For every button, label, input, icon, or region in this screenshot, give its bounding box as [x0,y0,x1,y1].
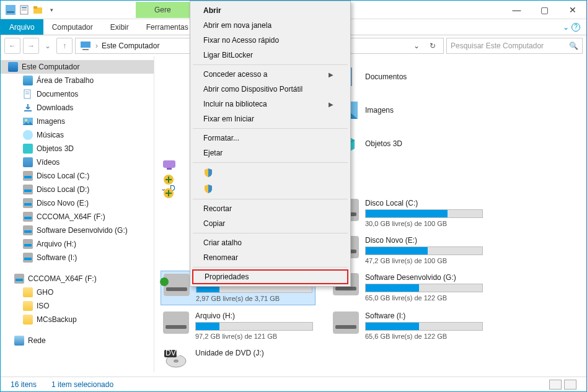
qat-dropdown-icon[interactable]: ▾ [45,4,58,16]
svg-rect-13 [24,110,32,111]
menu-separator [193,233,348,233]
search-input[interactable] [451,41,569,50]
tree-downloads[interactable]: Downloads [1,101,154,115]
svg-rect-3 [22,7,27,8]
folder-icon [23,287,33,297]
ribbon-expand[interactable]: ⌄ ? [557,19,586,35]
tree-drive-g[interactable]: Software Desenvolvido (G:) [1,224,154,237]
tree-usb-drive[interactable]: CCCOMA_X64F (F:) [1,272,154,285]
tree-label: Software (I:) [37,253,77,262]
tree-music[interactable]: Músicas [1,128,154,142]
svg-point-15 [25,119,27,121]
menu-cut[interactable]: Recortar [192,201,348,216]
folder-icon [23,301,33,311]
menu-open[interactable]: Abrir [192,3,348,18]
tree-drive-e[interactable]: Disco Novo (E:) [1,196,154,210]
menu-grant-access[interactable]: Conceder acesso a▶ [192,67,348,82]
app-icon [4,4,17,16]
drive-icon [23,212,33,222]
drive-item[interactable]: Software Desenvolvido (G:)65,0 GB livre(… [330,271,485,305]
tree-videos[interactable]: Vídeos [1,155,154,169]
menu-shield-row[interactable] [192,181,348,197]
folder-pictures[interactable]: Imagens [330,95,485,126]
details-view-button[interactable] [549,380,562,390]
menu-copy[interactable]: Copiar [192,216,348,231]
manage-ribbon-tab[interactable]: Gere [136,2,190,18]
tab-computer[interactable]: Computador [43,19,102,35]
svg-rect-12 [25,94,29,94]
menu-rename[interactable]: Renomear [192,250,348,265]
menu-properties[interactable]: Propriedades [192,269,348,284]
drive-info: 47,2 GB livre(s) de 100 GB [365,257,483,264]
tab-view[interactable]: Exibir [102,19,138,35]
drive-icon [164,274,190,296]
svg-rect-7 [33,6,37,9]
tab-tools[interactable]: Ferramentas [138,19,197,35]
tree-documents[interactable]: Documentos [1,87,154,101]
tree-label: Downloads [37,103,73,112]
drive-icon [333,311,359,334]
menu-shield-row[interactable] [192,165,348,181]
drive-name: Software (I:) [365,311,483,320]
svg-rect-0 [6,5,15,15]
tree-label: Imagens [37,117,65,126]
menu-separator [193,162,348,163]
view-switcher [549,380,576,390]
drive-item[interactable]: Software (I:)65,6 GB livre(s) de 122 GB [330,309,485,342]
tree-label: Objetos 3D [37,144,74,153]
navigation-pane[interactable]: Este Computador Área de Trabalho Documen… [1,56,154,372]
drive-item[interactable]: DVDUnidade de DVD (J:) [161,346,316,372]
menu-include-library[interactable]: Incluir na biblioteca▶ [192,97,348,111]
downloads-icon [23,103,33,113]
music-icon [23,130,33,140]
tab-file[interactable]: Arquivo [1,19,43,35]
svg-rect-8 [81,41,90,48]
menu-open-portable[interactable]: Abrir como Dispositivo Portátil [192,82,348,97]
tree-iso[interactable]: ISO [1,299,154,313]
folder-3dobjects[interactable]: Objetos 3D [330,128,485,159]
tree-drive-f[interactable]: CCCOMA_X64F (F:) [1,210,154,224]
address-dropdown-icon[interactable]: ⌄ [410,41,423,50]
drive-item[interactable]: Disco Local (C:)30,0 GB livre(s) de 100 … [330,196,485,230]
search-box[interactable]: 🔍 [446,38,583,54]
tree-mcsbackup[interactable]: MCsBackup [1,313,154,326]
up-button[interactable]: ↑ [56,38,73,54]
minimize-button[interactable]: — [503,1,531,19]
tree-drive-h[interactable]: Arquivo (H:) [1,237,154,251]
menu-create-shortcut[interactable]: Criar atalho [192,235,348,250]
recent-locations-button[interactable]: ⌄ [42,40,54,52]
tree-desktop[interactable]: Área de Trabalho [1,74,154,87]
new-folder-qat-icon[interactable] [32,4,44,16]
dvd-icon: DVD [163,349,189,371]
menu-format[interactable]: Formatar... [192,131,348,146]
back-button[interactable]: ← [4,38,20,54]
folder-documents[interactable]: Documentos [330,61,485,92]
breadcrumb[interactable]: Este Computador [102,41,159,50]
menu-open-new-window[interactable]: Abrir em nova janela [192,18,348,33]
tree-3dobjects[interactable]: Objetos 3D [1,142,154,155]
tree-drive-i[interactable]: Software (I:) [1,251,154,264]
icons-view-button[interactable] [564,380,576,390]
tree-gho[interactable]: GHO [1,285,154,299]
drive-item[interactable]: Disco Novo (E:)47,2 GB livre(s) de 100 G… [330,233,485,267]
tree-drive-c[interactable]: Disco Local (C:) [1,169,154,183]
tree-label: Este Computador [22,63,79,71]
menu-pin-quickaccess[interactable]: Fixar no Acesso rápido [192,33,348,48]
tree-pictures[interactable]: Imagens [1,115,154,128]
tree-this-pc[interactable]: Este Computador [1,60,154,74]
svg-rect-22 [163,160,175,168]
maximize-button[interactable]: ▢ [531,1,558,19]
menu-pin-start[interactable]: Fixar em Iniciar [192,111,348,126]
refresh-button[interactable]: ↻ [426,41,439,50]
close-button[interactable]: ✕ [558,1,586,19]
tree-drive-d[interactable]: Disco Local (D:) [1,183,154,196]
forward-button[interactable]: → [23,38,39,54]
menu-eject[interactable]: Ejetar [192,146,348,160]
menu-bitlocker[interactable]: Ligar BitLocker [192,48,348,63]
drive-item[interactable]: Arquivo (H:)97,2 GB livre(s) de 121 GB [161,309,316,342]
tree-network[interactable]: Rede [1,334,154,347]
tree-label: MCsBackup [37,315,77,324]
tree-label: Disco Novo (E:) [37,199,89,207]
properties-qat-icon[interactable] [18,4,30,16]
decorative-icon [163,174,174,185]
